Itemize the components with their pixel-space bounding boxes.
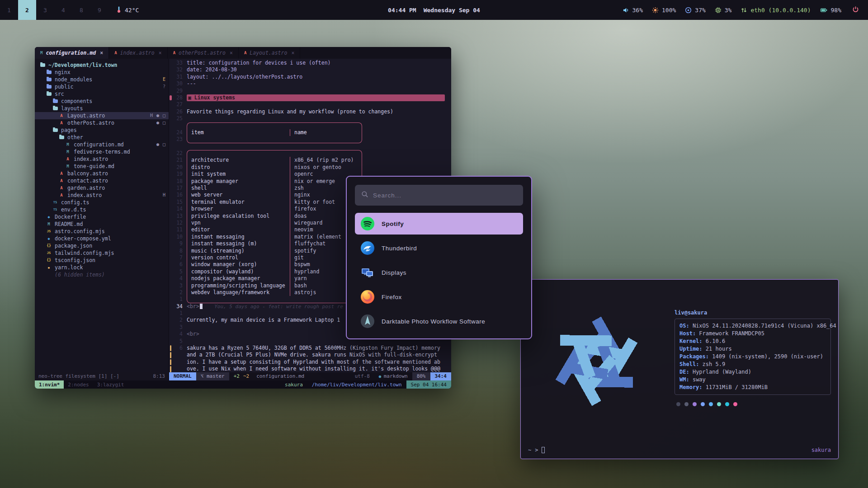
tree-item[interactable]: tone-guide.md — [35, 163, 169, 170]
editor-tab[interactable]: configuration.md × — [35, 47, 109, 59]
tmux-window[interactable]: 2:nodes — [64, 380, 93, 389]
editor-tab[interactable]: otherPost.astro × — [168, 47, 239, 59]
line-body — [187, 122, 362, 129]
launcher-item-spotify[interactable]: Spotify — [355, 213, 523, 235]
tab-close-icon[interactable]: × — [230, 50, 233, 56]
tree-item[interactable]: Dockerfile — [35, 213, 169, 221]
git-sign — [169, 150, 173, 157]
tree-item[interactable]: astro.config.mjs — [35, 228, 169, 235]
tab-close-icon[interactable]: × — [100, 50, 103, 56]
power-button[interactable] — [850, 6, 861, 14]
tree-item[interactable]: ~/Development/liv.town — [35, 61, 169, 69]
tree-item[interactable]: (6 hidden items) — [35, 271, 169, 278]
tree-item[interactable]: tailwind.config.mjs — [35, 249, 169, 257]
tree-item[interactable]: nginx — [35, 69, 169, 76]
tree-item[interactable]: node_modules E — [35, 76, 169, 83]
firefox-icon — [360, 290, 375, 304]
tree-item[interactable]: README.md — [35, 221, 169, 228]
line-body: init system openrc — [187, 171, 362, 178]
tmux-window[interactable]: 3:lazygit — [93, 380, 128, 389]
tree-item[interactable]: Layout.astro H ● □ — [35, 112, 169, 119]
git-sign — [169, 324, 173, 331]
tab-close-icon[interactable]: × — [159, 50, 162, 56]
clock[interactable]: 04:44 PM Wednesday Sep 04 — [388, 7, 480, 14]
file-type-icon — [46, 250, 52, 256]
editor-line: 23 — [169, 136, 451, 143]
tree-item[interactable]: balcony.astro — [35, 170, 169, 177]
network-module[interactable]: eth0 (10.0.0.140) — [741, 7, 811, 14]
editor-tab[interactable]: index.astro × — [109, 47, 168, 59]
launcher-results: Spotify Thunderbird Displays Firefox Dar… — [347, 213, 531, 332]
launcher-search-box[interactable] — [355, 185, 523, 206]
line-body: layout: ../../layouts/otherPost.astro — [187, 74, 451, 80]
workspace-button[interactable]: 2 — [18, 0, 36, 20]
table-cell-name: x86_64 (rip m2 pro) — [290, 157, 362, 164]
tree-item[interactable]: fediverse-terms.md — [35, 148, 169, 155]
tree-item[interactable]: configuration.md ● □ — [35, 141, 169, 148]
search-input[interactable] — [373, 192, 517, 199]
workspace-button[interactable]: 3 — [36, 0, 54, 20]
git-sign — [169, 60, 173, 66]
tree-item[interactable]: package.json — [35, 242, 169, 249]
workspace-label: 8 — [80, 7, 83, 14]
tree-item[interactable]: public ? — [35, 83, 169, 90]
brightness-module[interactable]: 100% — [652, 7, 676, 14]
cpu-module[interactable]: 3% — [715, 7, 732, 14]
line-number — [173, 122, 187, 129]
fastfetch-line: Packages1409 (nix-system), 2590 (nix-use… — [679, 353, 826, 361]
line-number: 31 — [173, 74, 187, 80]
git-sign — [169, 199, 173, 206]
git-sign — [169, 129, 173, 136]
git-sign — [169, 66, 173, 73]
launcher-item-displays[interactable]: Displays — [355, 262, 523, 283]
table-cell-name: nixos or gentoo — [290, 164, 362, 171]
tree-item[interactable]: src — [35, 90, 169, 98]
tree-item[interactable]: config.ts — [35, 199, 169, 206]
launcher-item-darktable[interactable]: Darktable Photo Workflow Software — [355, 310, 523, 332]
workspace-button[interactable]: 8 — [72, 0, 90, 20]
temperature-module[interactable]: 42°C — [116, 6, 139, 14]
tree-item[interactable]: otherPost.astro ● □ — [35, 119, 169, 127]
tree-item[interactable]: yarn.lock — [35, 264, 169, 271]
disk-module[interactable]: 37% — [685, 7, 705, 14]
fastfetch-key: Packages — [679, 353, 712, 360]
line-body — [187, 150, 362, 157]
volume-module[interactable]: 36% — [623, 7, 643, 14]
line-text: title: configuration for devices i use (… — [187, 60, 331, 66]
tree-item-badges: H — [163, 192, 166, 199]
line-number: 8 — [173, 248, 187, 254]
tree-item[interactable]: contact.astro — [35, 177, 169, 184]
file-type-icon — [65, 156, 71, 162]
battery-module[interactable]: 98% — [820, 7, 841, 14]
line-body — [187, 101, 451, 108]
workspace-button[interactable]: 1 — [0, 0, 18, 20]
tree-item[interactable]: layouts — [35, 105, 169, 112]
terminal-window-fastfetch[interactable]: liv@sakura OSNixOS 24.11.20240828.71e91c… — [520, 279, 839, 459]
tab-close-icon[interactable]: × — [291, 50, 294, 56]
editor-tab[interactable]: Layout.astro × — [239, 47, 300, 59]
launcher-item-thunderbird[interactable]: Thunderbird — [355, 237, 523, 259]
tree-item[interactable]: other — [35, 134, 169, 141]
terminal-color-palette — [675, 402, 831, 406]
line-text: ion. I have a setup consisting of Hyprla… — [187, 359, 440, 366]
filetype-icon — [114, 51, 117, 55]
statusline: neo-tree filesystem [1] [-] 8:13 NORMAL … — [35, 372, 451, 380]
tree-item[interactable]: index.astro H — [35, 192, 169, 199]
git-sign — [169, 164, 173, 171]
workspace-button[interactable]: 4 — [54, 0, 72, 20]
tree-item[interactable]: tsconfig.json — [35, 257, 169, 264]
tree-item[interactable]: components — [35, 98, 169, 105]
launcher-item-firefox[interactable]: Firefox — [355, 286, 523, 308]
tree-item[interactable]: garden.astro — [35, 184, 169, 192]
line-body: window manager (xorg) bspwm — [187, 261, 362, 268]
fastfetch-value: Hyprland (Wayland) — [693, 369, 751, 375]
tree-item[interactable]: pages — [35, 127, 169, 134]
shell-prompt[interactable]: ~ > — [528, 447, 545, 453]
workspace-button[interactable]: 9 — [90, 0, 108, 20]
tmux-window[interactable]: 1:nvim* — [35, 380, 64, 389]
tree-item[interactable]: index.astro — [35, 155, 169, 163]
tree-item[interactable]: docker-compose.yml — [35, 235, 169, 242]
brightness-value: 100% — [662, 7, 676, 14]
tree-item[interactable]: env.d.ts — [35, 206, 169, 213]
disk-icon — [685, 7, 692, 14]
